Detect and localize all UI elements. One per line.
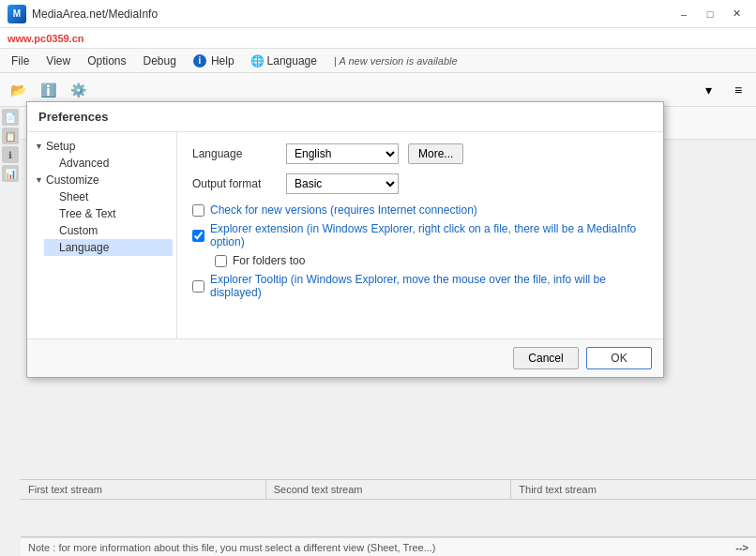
- menu-view-label: View: [46, 54, 70, 68]
- checkbox-for-folders[interactable]: [215, 255, 227, 267]
- checkbox-for-folders-row: For folders too: [215, 254, 648, 267]
- tree-panel: ▼ Setup Advanced ▼ Customize Sheet Tree …: [27, 132, 177, 338]
- output-format-row: Output format Basic HTML XML: [192, 173, 648, 194]
- minimize-button[interactable]: –: [672, 5, 696, 23]
- tree-item-language-label: Language: [59, 241, 109, 254]
- dialog-title: Preferences: [27, 102, 663, 132]
- output-format-label: Output format: [192, 177, 277, 190]
- toolbar-info-button[interactable]: ℹ️: [34, 77, 62, 103]
- language-select[interactable]: English French German: [286, 143, 399, 164]
- app-logo: M: [8, 5, 26, 23]
- dialog-footer: Cancel OK: [27, 338, 663, 377]
- new-version-notice: | A new version is available: [334, 55, 458, 67]
- left-icon-3[interactable]: ℹ: [2, 146, 19, 163]
- toolbar-open-button[interactable]: 📂: [4, 77, 32, 103]
- toolbar-right: ▾ ≡: [694, 77, 752, 103]
- menu-language[interactable]: 🌐 Language: [244, 52, 325, 70]
- tree-item-setup-label: Setup: [46, 140, 75, 153]
- checkbox-explorer-tooltip[interactable]: [192, 280, 204, 293]
- note-text: Note : for more information about this f…: [28, 542, 436, 553]
- ok-button[interactable]: OK: [586, 347, 652, 369]
- tree-item-advanced-label: Advanced: [59, 157, 109, 170]
- output-format-select[interactable]: Basic HTML XML: [286, 173, 399, 194]
- toolbar-settings-button[interactable]: ⚙️: [64, 77, 92, 103]
- menu-file[interactable]: File: [4, 52, 37, 70]
- menu-bar: File View Options Debug i Help 🌐 Languag…: [0, 49, 756, 73]
- note-arrow: -->: [735, 542, 748, 553]
- tree-item-sheet-label: Sheet: [59, 190, 88, 203]
- stream-cell-3: Third text stream: [511, 480, 756, 499]
- title-bar: M MediaArea.net/MediaInfo – □ ✕: [0, 0, 756, 28]
- left-icon-bar: 📄 📋 ℹ 📊: [0, 107, 21, 184]
- tree-arrow-customize: ▼: [35, 175, 44, 185]
- toolbar-menu-button[interactable]: ≡: [724, 77, 752, 103]
- close-button[interactable]: ✕: [724, 5, 748, 23]
- cancel-button[interactable]: Cancel: [513, 347, 579, 369]
- menu-view[interactable]: View: [38, 52, 78, 70]
- menu-debug-label: Debug: [144, 54, 176, 68]
- checkbox-explorer-tooltip-label[interactable]: Explorer Tooltip (in Windows Explorer, m…: [210, 273, 648, 299]
- checkbox-check-updates-label[interactable]: Check for new versions (requires Interne…: [210, 203, 477, 217]
- tree-item-custom-label: Custom: [59, 224, 98, 237]
- language-setting-row: Language English French German More...: [192, 143, 648, 164]
- menu-language-label: Language: [267, 54, 317, 68]
- globe-icon: 🌐: [251, 54, 265, 68]
- tree-item-custom[interactable]: Custom: [44, 222, 173, 239]
- help-icon: i: [193, 54, 206, 68]
- checkbox-explorer-extension[interactable]: [192, 230, 204, 242]
- left-icon-2[interactable]: 📋: [2, 128, 19, 144]
- checkbox-check-updates[interactable]: [192, 204, 204, 217]
- menu-debug[interactable]: Debug: [136, 52, 184, 70]
- left-icon-4[interactable]: 📊: [2, 165, 19, 182]
- menu-file-label: File: [11, 54, 29, 68]
- tree-item-language[interactable]: Language: [44, 239, 173, 256]
- tree-arrow-setup: ▼: [35, 142, 44, 151]
- watermark-text: www.pc0359.cn: [8, 33, 84, 44]
- settings-panel: Language English French German More... O…: [177, 132, 663, 338]
- tree-item-treetext-label: Tree & Text: [59, 207, 116, 220]
- language-label: Language: [192, 147, 277, 160]
- checkbox-explorer-extension-label[interactable]: Explorer extension (in Windows Explorer,…: [210, 222, 648, 248]
- tree-item-customize-label: Customize: [46, 173, 99, 187]
- checkbox-explorer-ext-row: Explorer extension (in Windows Explorer,…: [192, 222, 648, 248]
- stream-labels: First text stream Second text stream Thi…: [21, 479, 756, 500]
- menu-help[interactable]: i Help: [186, 52, 242, 70]
- stream-content-area: [21, 500, 756, 537]
- left-icon-1[interactable]: 📄: [2, 109, 19, 126]
- stream-cell-2: Second text stream: [266, 480, 512, 499]
- toolbar-dropdown-button[interactable]: ▾: [694, 77, 722, 103]
- tree-item-sheet[interactable]: Sheet: [44, 188, 173, 205]
- menu-help-label: Help: [211, 54, 234, 68]
- preferences-dialog: Preferences ▼ Setup Advanced ▼ Customize…: [26, 101, 664, 378]
- checkbox-check-updates-row: Check for new versions (requires Interne…: [192, 203, 648, 217]
- tree-item-treetext[interactable]: Tree & Text: [44, 205, 173, 222]
- menu-options[interactable]: Options: [80, 52, 133, 70]
- checkbox-explorer-tooltip-row: Explorer Tooltip (in Windows Explorer, m…: [192, 273, 648, 299]
- menu-options-label: Options: [87, 54, 126, 68]
- language-more-button[interactable]: More...: [408, 143, 463, 164]
- tree-item-advanced[interactable]: Advanced: [44, 155, 173, 172]
- note-bar: Note : for more information about this f…: [21, 537, 756, 556]
- tree-item-setup[interactable]: ▼ Setup: [31, 138, 173, 155]
- watermark-bar: www.pc0359.cn: [0, 28, 756, 49]
- dialog-body: ▼ Setup Advanced ▼ Customize Sheet Tree …: [27, 132, 663, 338]
- title-bar-text: MediaArea.net/MediaInfo: [32, 8, 672, 21]
- checkbox-for-folders-label[interactable]: For folders too: [233, 254, 305, 267]
- maximize-button[interactable]: □: [698, 5, 722, 23]
- tree-item-customize[interactable]: ▼ Customize: [31, 172, 173, 188]
- window-controls: – □ ✕: [672, 5, 748, 23]
- stream-cell-1: First text stream: [21, 480, 266, 499]
